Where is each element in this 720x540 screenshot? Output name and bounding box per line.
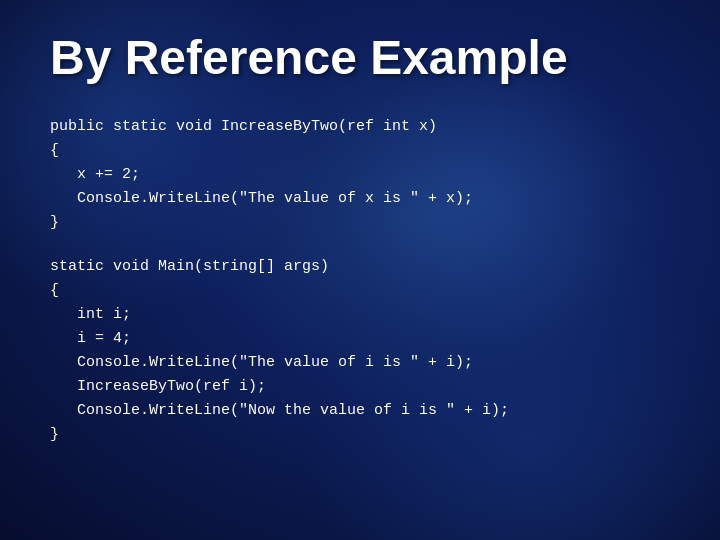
slide-background: By Reference Example public static void … xyxy=(0,0,720,540)
code-section-1: public static void IncreaseByTwo(ref int… xyxy=(50,115,670,235)
slide-content: By Reference Example public static void … xyxy=(0,0,720,497)
slide-title: By Reference Example xyxy=(50,30,670,85)
code-text-2: static void Main(string[] args) { int i;… xyxy=(50,255,670,447)
code-section-2: static void Main(string[] args) { int i;… xyxy=(50,255,670,447)
code-text-1: public static void IncreaseByTwo(ref int… xyxy=(50,115,670,235)
